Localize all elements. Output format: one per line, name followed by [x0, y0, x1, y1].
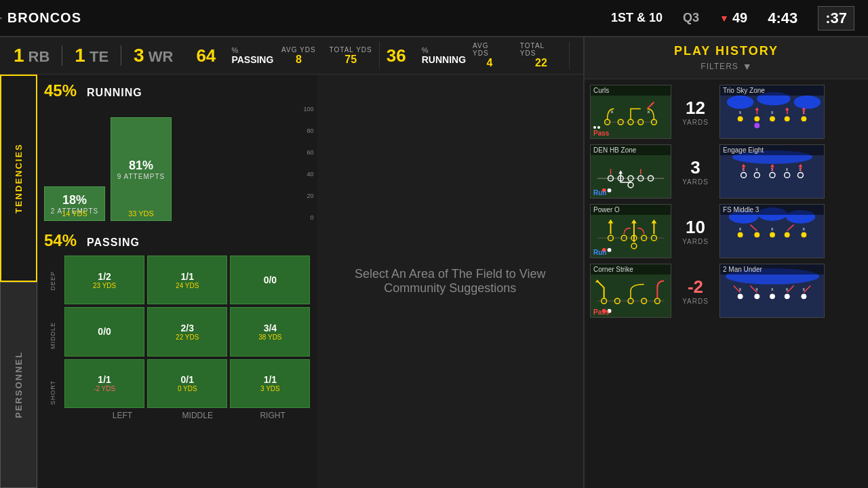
play-card-den-hb[interactable]: DEN HB Zone: [590, 144, 671, 199]
running-type: RUNNING: [422, 54, 466, 65]
tab-personnel[interactable]: PERSONNEL: [0, 282, 37, 488]
te-label: TE: [90, 48, 108, 66]
passing-section: 54% PASSING DEEP MIDDLE SHORT: [44, 231, 311, 420]
svg-point-14: [727, 96, 753, 109]
svg-point-106: [754, 293, 760, 299]
passing-pct-label: %: [231, 46, 275, 54]
left-panel: 1 RB 1 TE 3 WR 64 % PASSING: [0, 37, 583, 488]
passing-pct: 64: [196, 45, 223, 66]
grid-short-middle[interactable]: 0/1 0 YDS: [147, 359, 227, 408]
svg-text:x: x: [648, 108, 650, 115]
running-total-val: 22: [535, 57, 547, 69]
svg-text:x: x: [802, 226, 805, 231]
run-bar-1: 18% 2 ATTEMPTS 14 YDS: [44, 106, 105, 221]
wr-count: 3: [134, 45, 144, 66]
depth-short: SHORT: [50, 380, 56, 405]
run-bar-2: 81% 9 ATTEMPTS 33 YDS: [111, 106, 172, 221]
svg-text:x: x: [771, 110, 774, 115]
passing-section-pct: 54%: [44, 231, 77, 250]
passing-total-label: TOTAL YDS: [330, 46, 372, 54]
svg-point-105: [738, 293, 743, 299]
svg-point-87: [801, 232, 806, 237]
running-avg-val: 4: [486, 57, 492, 69]
running-bars-chart: 18% 2 ATTEMPTS 14 YDS 81% 9 ATTEMPTS 33 …: [44, 106, 311, 221]
grid-deep-right[interactable]: 0/0: [230, 256, 310, 304]
play-name-curls: Curls: [591, 85, 671, 96]
grid-middle-right[interactable]: 3/4 38 YDS: [230, 307, 310, 356]
grid-deep-middle[interactable]: 1/1 24 YDS: [147, 256, 227, 304]
col-labels: LEFT MIDDLE RIGHT: [64, 411, 311, 420]
play-clock: :37: [818, 6, 854, 30]
down-distance: 1ST & 10: [611, 11, 663, 25]
play-name-trio-sky: Trio Sky Zone: [720, 85, 824, 96]
svg-point-21: [801, 116, 806, 121]
content-area: TENDENCIES PERSONNEL 45% RUNNING 18: [0, 75, 583, 488]
svg-text:x: x: [739, 226, 742, 231]
grid-short-left[interactable]: 1/1 -2 YDS: [64, 359, 144, 408]
running-pct-label: %: [422, 46, 466, 54]
svg-point-107: [770, 293, 775, 299]
svg-point-109: [801, 293, 806, 299]
play-row-1: Curls: [590, 85, 863, 139]
play-card-fs-middle[interactable]: FS Middle 3 x: [719, 204, 825, 258]
svg-point-20: [785, 116, 790, 121]
play-type-corner-strike: Pass: [593, 308, 609, 316]
game-clock: 4:43: [768, 9, 797, 27]
svg-point-22: [754, 123, 760, 128]
svg-point-44: [608, 188, 612, 192]
play-name-fs-middle: FS Middle 3: [720, 205, 824, 215]
play-row-4: Corner Strike: [590, 264, 863, 318]
play-card-trio-sky[interactable]: Trio Sky Zone: [719, 85, 825, 139]
passing-avg-val: 8: [296, 54, 302, 66]
field-selection-area[interactable]: Select An Area of The Field to View Comm…: [317, 75, 584, 488]
grid-middle-left[interactable]: 0/0: [64, 307, 144, 356]
svg-point-86: [785, 232, 790, 237]
col-right: RIGHT: [235, 411, 311, 420]
svg-point-18: [754, 116, 760, 121]
svg-point-78: [608, 248, 612, 252]
play-name-engage-eight: Engage Eight: [720, 145, 824, 155]
play-card-2-man-under[interactable]: 2 Man Under x x x: [719, 264, 825, 318]
filters-dropdown-icon[interactable]: ▼: [743, 61, 752, 72]
svg-point-83: [738, 232, 743, 237]
yards-label-1: YARDS: [682, 119, 709, 126]
yards-num-4: -2: [688, 277, 703, 298]
play-card-engage-eight[interactable]: Engage Eight x x x: [719, 144, 825, 199]
right-panel: PLAY HISTORY FILTERS ▼ Curls: [583, 37, 868, 488]
grid-deep-left[interactable]: 1/2 23 YDS: [64, 256, 144, 304]
play-type-curls: Pass: [593, 129, 609, 137]
yards-display-4: -2 YARDS: [677, 277, 714, 305]
play-card-corner-strike[interactable]: Corner Strike: [590, 264, 671, 318]
play-card-curls[interactable]: Curls: [590, 85, 671, 139]
running-total-label: TOTAL YDS: [520, 42, 562, 57]
grid-short-right[interactable]: 1/1 3 YDS: [230, 359, 310, 408]
rb-formation: 1 RB: [14, 45, 50, 66]
play-name-power-o: Power O: [591, 205, 671, 215]
depth-deep: DEEP: [50, 271, 56, 291]
yards-display-3: 10 YARDS: [677, 217, 714, 245]
col-left: LEFT: [85, 411, 160, 420]
passing-stat-block: 64 % PASSING AVG YDS 8 TOTAL YDS 75: [189, 42, 379, 69]
svg-text:x: x: [611, 108, 614, 115]
tab-tendencies[interactable]: TENDENCIES: [0, 75, 37, 282]
rb-label: RB: [28, 48, 50, 66]
svg-text:x: x: [771, 287, 774, 291]
svg-point-16: [794, 96, 821, 109]
play-card-power-o[interactable]: Power O: [590, 204, 671, 258]
running-pct: 36: [387, 45, 414, 66]
game-info: 1ST & 10 Q3 ▼ 49 4:43 :37: [81, 6, 868, 30]
running-section-pct: 45%: [44, 81, 77, 100]
passing-section-label: PASSING: [87, 237, 140, 249]
yards-display-1: 12 YARDS: [677, 98, 714, 126]
grid-middle-middle[interactable]: 2/3 22 YDS: [147, 307, 227, 356]
te-formation: 1 TE: [75, 45, 108, 66]
filters-row: FILTERS ▼: [701, 61, 751, 72]
svg-point-17: [738, 116, 743, 121]
running-avg-label: AVG YDS: [473, 42, 507, 57]
sep-2: [121, 45, 121, 66]
main-content: 1 RB 1 TE 3 WR 64 % PASSING: [0, 37, 868, 488]
run-bar-right: 81% 9 ATTEMPTS 33 YDS: [111, 117, 172, 221]
team-name: BRONCOS: [7, 10, 81, 26]
field-message-line1: Select An Area of The Field to View: [355, 267, 546, 281]
rb-count: 1: [14, 45, 24, 66]
